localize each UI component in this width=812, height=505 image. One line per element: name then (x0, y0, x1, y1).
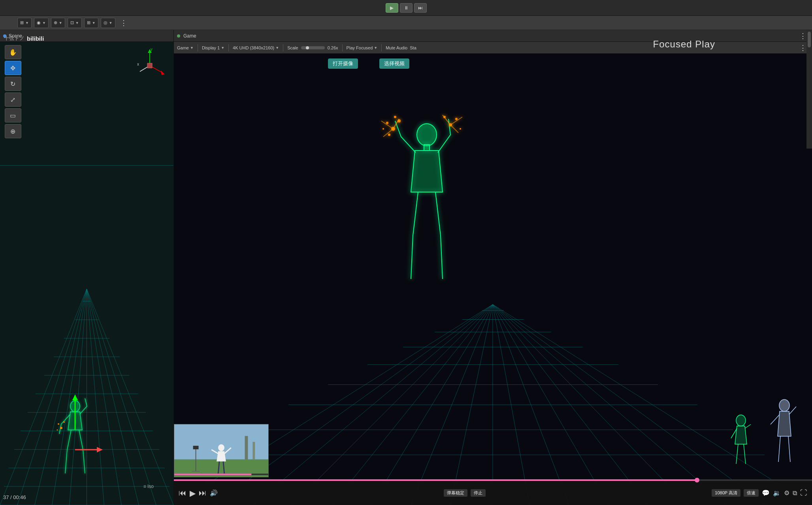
svg-rect-42 (174, 54, 812, 505)
scale-control[interactable]: Scale 0.26x (287, 45, 338, 50)
svg-rect-91 (245, 436, 248, 460)
svg-rect-72 (424, 145, 430, 151)
tool-transform[interactable]: ⊕ (5, 124, 21, 138)
play-focused-dropdown[interactable]: Play Focused ▼ (347, 45, 378, 50)
mute-audio-btn[interactable]: Mute Audio (386, 45, 407, 50)
toolbar-group-4[interactable]: ⊡ ▼ (68, 18, 82, 28)
svg-point-82 (460, 128, 461, 130)
tool-hand[interactable]: ✋ (5, 45, 21, 59)
focused-play-text: Focused Play (653, 39, 715, 50)
right-scrollbar[interactable] (806, 30, 812, 149)
select-video-button[interactable]: 选择视频 (379, 58, 409, 69)
scrollbar-thumb[interactable] (808, 32, 811, 47)
svg-point-80 (455, 118, 458, 120)
extra-char-1 (725, 413, 757, 477)
time-display: 37 / 00:46 (3, 494, 26, 500)
scene-viewport[interactable]: ✋ ✥ ↻ ⤢ ▭ ⊕ y x (0, 42, 173, 505)
game-character-main (371, 113, 482, 292)
danmu-stable-btn[interactable]: 弹幕稳定 (444, 489, 467, 497)
next-btn[interactable]: ⏭ (199, 488, 207, 497)
bilibili-logo: 十弦トノ bilibili (0, 32, 48, 45)
video-thumbnail (174, 424, 269, 477)
svg-rect-98 (174, 474, 251, 475)
svg-point-93 (218, 444, 224, 451)
game-grid-svg (174, 54, 812, 505)
resolution-dropdown[interactable]: 4K UHD (3840x2160) ▼ (233, 45, 279, 50)
top-transport-bar: ▶ ⏸ ⏭ (0, 0, 812, 16)
svg-rect-92 (252, 442, 255, 460)
svg-point-41 (57, 430, 58, 431)
tool-move[interactable]: ✥ (5, 61, 21, 75)
step-button[interactable]: ⏭ (414, 3, 427, 13)
quality-btn[interactable]: 1080P 高清 (712, 489, 740, 497)
scene-panel: Scene (0, 30, 174, 505)
danmu-icon-btn[interactable]: 💬 (762, 489, 770, 497)
unity-toolbar: 十弦トノ bilibili ⊞ ▼ ◉ ▼ ⊕ ▼ ⊡ ▼ ⊞ ▼ ◎ ▼ ⋮ (0, 16, 812, 30)
progress-bar-container[interactable] (174, 479, 812, 481)
play-btn-bar[interactable]: ▶ (190, 488, 196, 498)
stop-btn[interactable]: 停止 (471, 489, 486, 497)
toolbar-group-5[interactable]: ⊞ ▼ (84, 18, 98, 28)
svg-line-87 (450, 125, 458, 133)
toolbar-div-4 (342, 44, 343, 51)
display-dropdown[interactable]: Display 1 ▼ (202, 45, 224, 50)
game-tab-bar: Game ⋮ (174, 30, 812, 42)
toolbar-group-2[interactable]: ◉ ▼ (34, 18, 49, 28)
tool-rotate[interactable]: ↻ (5, 77, 21, 91)
pip-btn[interactable]: ⧉ (793, 490, 797, 497)
svg-line-85 (393, 119, 399, 129)
toolbar-div-2 (228, 44, 229, 51)
toolbar-group-6[interactable]: ◎ ▼ (101, 18, 115, 28)
settings-btn[interactable]: ⚙ (784, 489, 789, 497)
prev-btn[interactable]: ⏮ (179, 488, 187, 497)
svg-line-88 (443, 115, 450, 125)
tool-scale[interactable]: ⤢ (5, 92, 21, 107)
stats-btn[interactable]: Sta (410, 45, 416, 50)
toolbar-group-transform[interactable]: ⊕ ▼ (51, 18, 65, 28)
volume-btn[interactable]: 🔊 (210, 489, 218, 497)
toolbar-group-1[interactable]: ⊞ ▼ (17, 18, 32, 28)
progress-bar-fill (174, 479, 697, 481)
extra-char-2 (765, 397, 804, 477)
game-viewport[interactable]: 打开摄像 选择视频 (174, 54, 812, 505)
toolbar-div-5 (381, 44, 382, 51)
svg-point-100 (779, 399, 789, 411)
toolbar-div-1 (198, 44, 198, 51)
scene-tools: ✋ ✥ ↻ ⤢ ▭ ⊕ (0, 42, 26, 138)
scene-gizmo: y x (130, 46, 170, 85)
svg-point-76 (388, 134, 390, 136)
svg-marker-37 (97, 447, 103, 452)
svg-point-38 (60, 427, 62, 429)
game-panel: Game ⋮ Game ▼ Display 1 ▼ 4K UHD (3840x2… (174, 30, 812, 505)
extra-characters (725, 397, 804, 477)
tool-rect[interactable]: ▭ (5, 108, 21, 122)
speed-btn[interactable]: 倍速 (744, 489, 759, 497)
svg-marker-29 (161, 70, 165, 75)
svg-point-77 (382, 128, 384, 130)
play-button[interactable]: ▶ (386, 3, 398, 13)
pause-button[interactable]: ⏸ (400, 3, 413, 13)
volume-icon-btn[interactable]: 🔉 (773, 489, 781, 497)
iso-label: ≡ Iso (143, 484, 154, 489)
svg-rect-31 (147, 63, 152, 68)
svg-line-84 (383, 129, 393, 137)
svg-text:x: x (137, 62, 139, 66)
svg-point-71 (417, 124, 437, 146)
toolbar-more-menu[interactable]: ⋮ (118, 19, 130, 27)
svg-point-78 (394, 116, 396, 118)
svg-marker-35 (72, 394, 78, 400)
svg-point-99 (736, 415, 746, 426)
svg-point-40 (63, 421, 65, 423)
svg-text:y: y (151, 47, 153, 51)
toolbar-div-3 (283, 44, 283, 51)
scene-character (47, 394, 95, 473)
bottom-controls: ⏮ ▶ ⏭ 🔊 弹幕稳定 停止 1080P 高清 倍速 💬 🔉 ⚙ ⧉ ⛶ (174, 481, 812, 505)
svg-rect-96 (193, 446, 199, 449)
game-tab-label[interactable]: Game (183, 33, 196, 39)
fullscreen-btn[interactable]: ⛶ (800, 489, 807, 497)
game-dropdown[interactable]: Game ▼ (177, 45, 194, 50)
game-tab-indicator (177, 34, 180, 38)
svg-point-74 (386, 122, 388, 124)
game-toolbar: Game ▼ Display 1 ▼ 4K UHD (3840x2160) ▼ … (174, 42, 812, 54)
open-camera-button[interactable]: 打开摄像 (328, 58, 358, 69)
